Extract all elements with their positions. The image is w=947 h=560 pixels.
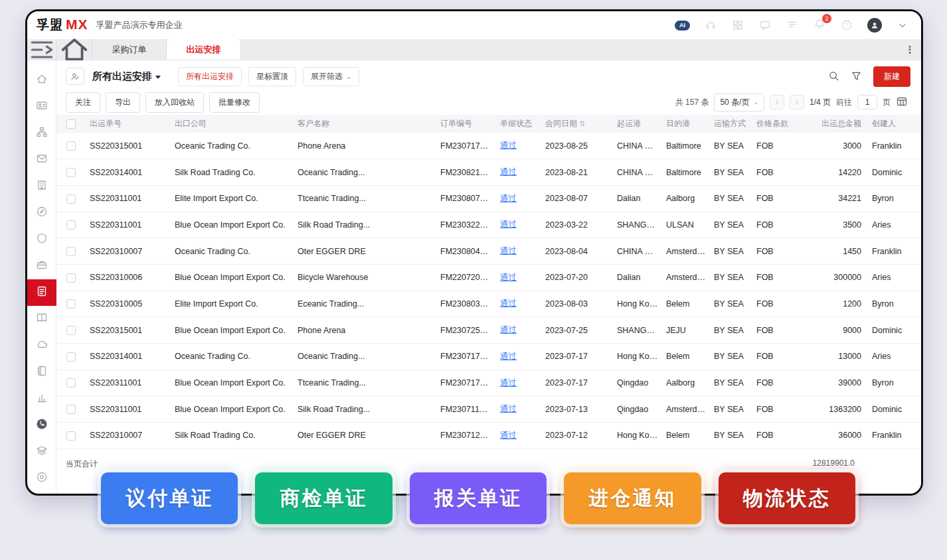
sidebar-item-document[interactable] [27, 279, 56, 306]
row-checkbox[interactable] [66, 405, 76, 414]
status-link[interactable]: 通过 [500, 325, 517, 334]
row-checkbox[interactable] [66, 168, 76, 177]
chip-starred[interactable]: 星标置顶 [248, 67, 296, 86]
view-selector[interactable]: 所有出运安排 [92, 70, 161, 83]
row-checkbox[interactable] [66, 247, 76, 256]
sidebar-item-notebook[interactable] [27, 359, 56, 385]
next-page-button[interactable]: › [790, 95, 804, 109]
status-link[interactable]: 通过 [500, 167, 517, 176]
row-checkbox[interactable] [66, 326, 76, 335]
status-link[interactable]: 通过 [500, 220, 517, 229]
status-link[interactable]: 通过 [500, 194, 517, 203]
sidebar-item-bar-chart[interactable] [27, 385, 56, 412]
table-row[interactable]: SS220310007Silk Road Trading Co.Oter EGG… [56, 423, 921, 449]
row-checkbox[interactable] [66, 273, 76, 283]
search-icon[interactable] [828, 70, 840, 82]
owner-filter-button[interactable] [66, 68, 84, 85]
sidebar-item-stack[interactable] [27, 439, 56, 465]
flow-button[interactable]: 议付单证 [101, 472, 238, 524]
row-checkbox[interactable] [66, 299, 76, 309]
sidebar-item-mail[interactable] [27, 147, 56, 173]
cell-shipment_no: SS220311001 [86, 370, 171, 396]
table-row[interactable]: SS220310007Oceanic Trading Co.Oter EGGER… [56, 238, 921, 265]
message-icon[interactable] [758, 19, 772, 32]
chip-all-shipments[interactable]: 所有出运安排 [178, 67, 242, 86]
table-row[interactable]: SS220311001Elite Import Export Co.Ttcean… [56, 185, 921, 212]
sidebar-item-cloud[interactable] [27, 332, 56, 359]
bell-icon[interactable]: 2 [813, 19, 826, 32]
ai-assistant-button[interactable]: AI [675, 21, 690, 31]
table-row[interactable]: SS220311001Blue Ocean Import Export Co.T… [56, 370, 921, 396]
sidebar-item-home[interactable] [27, 67, 56, 94]
row-checkbox[interactable] [66, 352, 76, 362]
status-link[interactable]: 通过 [500, 431, 517, 440]
follow-button[interactable]: 关注 [66, 92, 100, 113]
sidebar-item-briefcase[interactable] [27, 253, 56, 279]
status-link[interactable]: 通过 [500, 246, 517, 255]
flow-button[interactable]: 物流状态 [719, 472, 855, 524]
sidebar-item-compass[interactable] [27, 200, 56, 226]
sidebar-item-book[interactable] [27, 306, 56, 332]
help-icon[interactable]: ? [840, 19, 853, 32]
table-row[interactable]: SS220310005Elite Import Export Co.Eceani… [56, 291, 921, 317]
select-all-checkbox[interactable] [66, 119, 76, 129]
filter-funnel-icon[interactable] [851, 70, 863, 82]
announcement-icon[interactable] [786, 19, 799, 32]
cell-customer: Silk Road Trading... [294, 212, 436, 238]
chevron-down-icon: ⌄ [346, 73, 351, 80]
table-row[interactable]: SS220311001Blue Ocean Import Export Co.S… [56, 396, 921, 423]
tab-home[interactable] [56, 39, 92, 60]
tab-purchase-orders[interactable]: 采购订单 [92, 39, 167, 60]
batch-edit-button[interactable]: 批量修改 [209, 92, 260, 113]
sidebar-item-shield-home[interactable] [27, 226, 56, 253]
sidebar-item-target[interactable] [27, 465, 56, 492]
shield-home-icon [36, 232, 48, 247]
new-button[interactable]: 新建 [873, 66, 910, 87]
table-row[interactable]: SS220314001Silk Road Trading Co.Oceanic … [56, 159, 921, 186]
status-link[interactable]: 通过 [500, 299, 517, 308]
caret-down-icon [155, 76, 161, 79]
page-size-select[interactable]: 50 条/页 ⌄ [714, 94, 764, 111]
headset-icon[interactable] [704, 19, 717, 32]
flow-button[interactable]: 进仓通知 [564, 472, 701, 524]
recycle-bin-button[interactable]: 放入回收站 [145, 92, 204, 113]
status-link[interactable]: 通过 [500, 404, 517, 413]
table-row[interactable]: SS220315001Blue Ocean Import Export Co.P… [56, 317, 921, 344]
prev-page-button[interactable]: ‹ [770, 95, 784, 109]
status-link[interactable]: 通过 [500, 352, 517, 361]
row-checkbox[interactable] [66, 378, 76, 387]
chip-expand-filters[interactable]: 展开筛选 ⌄ [303, 67, 359, 86]
sidebar-item-org-chart[interactable] [27, 120, 56, 147]
tab-shipping-arrangement[interactable]: 出运安排 [167, 39, 241, 60]
flow-button[interactable]: 报关单证 [410, 472, 547, 524]
flow-button[interactable]: 商检单证 [255, 472, 392, 524]
export-button[interactable]: 导出 [106, 92, 140, 113]
status-link[interactable]: 通过 [500, 273, 517, 282]
cell-shipment_no: SS220314001 [86, 159, 171, 186]
table-row[interactable]: SS220314001Oceanic Trading Co.Oceanic Tr… [56, 344, 921, 370]
table-row[interactable]: SS220311001Blue Ocean Import Export Co.S… [56, 212, 921, 238]
status-link[interactable]: 通过 [500, 141, 517, 150]
tab-more-icon[interactable]: ⋮ [899, 39, 921, 60]
goto-page-input[interactable] [857, 95, 877, 109]
sidebar-item-building[interactable] [27, 173, 56, 200]
collapse-menu-icon[interactable] [27, 39, 56, 60]
table-row[interactable]: SS220310006Blue Ocean Import Export Co.B… [56, 264, 921, 291]
row-checkbox[interactable] [66, 431, 76, 441]
page-indicator: 1/4 页 [810, 97, 831, 108]
column-settings-icon[interactable] [896, 96, 910, 109]
sidebar-item-phone[interactable] [27, 412, 56, 439]
sort-icon[interactable]: ⇅ [579, 119, 585, 127]
chevron-down-icon[interactable] [896, 19, 909, 32]
status-link[interactable]: 通过 [500, 378, 517, 387]
row-checkbox[interactable] [66, 220, 76, 230]
cell-status: 通过 [496, 185, 541, 212]
apps-grid-icon[interactable] [731, 19, 744, 32]
row-checkbox[interactable] [66, 194, 76, 204]
cell-amount: 9000 [802, 317, 868, 344]
avatar[interactable] [867, 18, 882, 33]
table-row[interactable]: SS220315001Oceanic Trading Co.Phone Aren… [56, 133, 921, 159]
main-panel: 所有出运安排 所有出运安排 星标置顶 展开筛选 ⌄ 新建 [56, 60, 921, 494]
row-checkbox[interactable] [66, 141, 76, 151]
sidebar-item-id-card[interactable] [27, 94, 56, 120]
